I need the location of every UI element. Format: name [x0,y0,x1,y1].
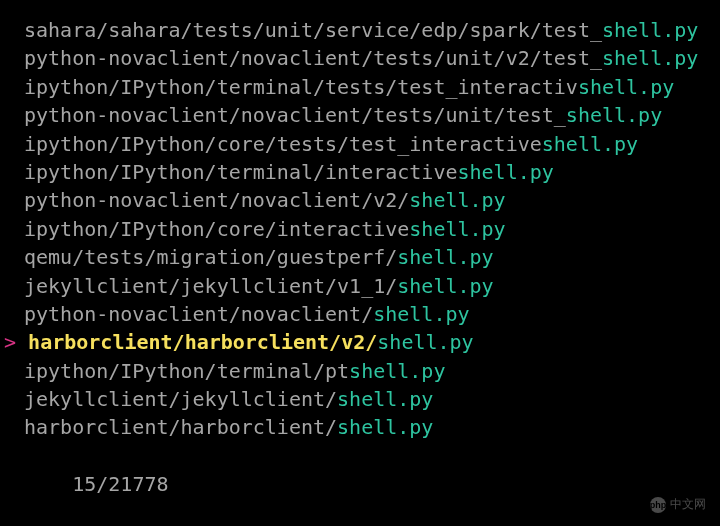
result-row[interactable]: qemu/tests/migration/guestperf/shell.py [4,243,716,271]
php-logo-icon: php [650,497,666,513]
result-row[interactable]: ipython/IPython/core/tests/test_interact… [4,130,716,158]
result-path-prefix: ipython/IPython/terminal/interactive [24,160,457,184]
result-path-prefix: ipython/IPython/core/tests/test_interact… [24,132,542,156]
result-path-prefix: python-novaclient/novaclient/tests/unit/… [24,103,566,127]
result-path-prefix: sahara/sahara/tests/unit/service/edp/spa… [24,18,602,42]
counter-text: 15/21778 [72,472,168,496]
result-row[interactable]: harborclient/harborclient/shell.py [4,413,716,441]
result-path-prefix: harborclient/harborclient/v2/ [28,330,377,354]
result-path-prefix: python-novaclient/novaclient/tests/unit/… [24,46,602,70]
result-match-highlight: shell.py [566,103,662,127]
fzf-results-list[interactable]: sahara/sahara/tests/unit/service/edp/spa… [4,16,716,442]
result-match-highlight: shell.py [602,18,698,42]
result-match-highlight: shell.py [578,75,674,99]
result-path-prefix: jekyllclient/jekyllclient/v1_1/ [24,274,397,298]
result-path-prefix: harborclient/harborclient/ [24,415,337,439]
result-path-prefix: python-novaclient/novaclient/v2/ [24,188,409,212]
result-path-prefix: jekyllclient/jekyllclient/ [24,387,337,411]
result-row[interactable]: sahara/sahara/tests/unit/service/edp/spa… [4,16,716,44]
watermark-text: 中文网 [670,496,706,513]
result-match-highlight: shell.py [457,160,553,184]
result-row[interactable]: python-novaclient/novaclient/tests/unit/… [4,44,716,72]
result-match-highlight: shell.py [542,132,638,156]
selection-marker-icon: > [4,330,28,354]
result-counter: 15/21778 [4,442,716,526]
result-row[interactable]: python-novaclient/novaclient/shell.py [4,300,716,328]
result-row[interactable]: python-novaclient/novaclient/v2/shell.py [4,186,716,214]
result-row[interactable]: ipython/IPython/terminal/ptshell.py [4,357,716,385]
result-row[interactable]: jekyllclient/jekyllclient/v1_1/shell.py [4,272,716,300]
terminal-window: sahara/sahara/tests/unit/service/edp/spa… [0,0,720,526]
result-row[interactable]: jekyllclient/jekyllclient/shell.py [4,385,716,413]
result-path-prefix: qemu/tests/migration/guestperf/ [24,245,397,269]
result-match-highlight: shell.py [602,46,698,70]
result-path-prefix: python-novaclient/novaclient/ [24,302,373,326]
result-match-highlight: shell.py [377,330,473,354]
result-match-highlight: shell.py [373,302,469,326]
result-row[interactable]: ipython/IPython/terminal/tests/test_inte… [4,73,716,101]
result-row-selected[interactable]: > harborclient/harborclient/v2/shell.py [4,328,716,356]
result-match-highlight: shell.py [397,274,493,298]
result-match-highlight: shell.py [337,387,433,411]
result-row[interactable]: ipython/IPython/core/interactiveshell.py [4,215,716,243]
result-row[interactable]: python-novaclient/novaclient/tests/unit/… [4,101,716,129]
result-match-highlight: shell.py [397,245,493,269]
result-row[interactable]: ipython/IPython/terminal/interactiveshel… [4,158,716,186]
result-path-prefix: ipython/IPython/core/interactive [24,217,409,241]
result-match-highlight: shell.py [409,217,505,241]
result-match-highlight: shell.py [337,415,433,439]
result-match-highlight: shell.py [349,359,445,383]
result-path-prefix: ipython/IPython/terminal/tests/test_inte… [24,75,578,99]
watermark: php 中文网 [650,496,706,513]
result-match-highlight: shell.py [409,188,505,212]
result-path-prefix: ipython/IPython/terminal/pt [24,359,349,383]
